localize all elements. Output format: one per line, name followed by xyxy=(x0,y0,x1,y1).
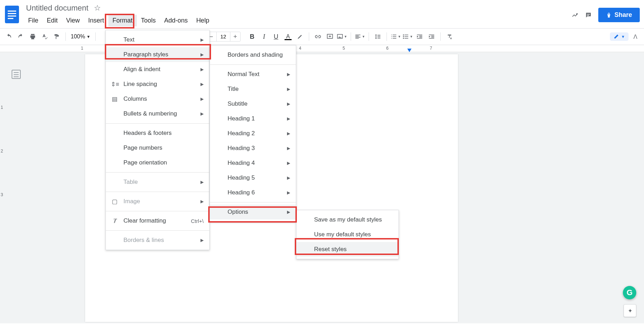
image-icon: ▢ xyxy=(111,198,119,205)
menu-addons[interactable]: Add-ons xyxy=(160,15,192,26)
svg-point-10 xyxy=(403,36,404,37)
menu-view[interactable]: View xyxy=(62,15,84,26)
insert-image-icon[interactable]: ▼ xyxy=(337,31,347,42)
star-icon[interactable]: ☆ xyxy=(94,4,101,13)
numbered-list-icon[interactable]: ▼ xyxy=(390,31,401,42)
chevron-right-icon: ▶ xyxy=(287,72,290,77)
separator xyxy=(309,32,309,41)
chevron-right-icon: ▶ xyxy=(200,52,204,57)
font-size-control: − 12 + xyxy=(206,32,241,42)
font-size-value[interactable]: 12 xyxy=(216,32,230,42)
para-normal-text[interactable]: Normal Text▶ xyxy=(210,67,296,82)
para-heading-6[interactable]: Heading 6▶ xyxy=(210,185,296,200)
text-color-icon[interactable]: A xyxy=(283,31,293,42)
para-heading-4[interactable]: Heading 4▶ xyxy=(210,156,296,170)
align-icon[interactable]: ▼ xyxy=(355,31,365,42)
bulleted-list-icon[interactable]: ▼ xyxy=(402,31,413,42)
increase-indent-icon[interactable] xyxy=(426,31,437,42)
grammarly-icon[interactable]: G xyxy=(623,286,636,299)
shortcut: Ctrl+\ xyxy=(191,218,204,224)
para-borders-shading[interactable]: Borders and shading xyxy=(210,48,296,62)
para-subtitle[interactable]: Subtitle▶ xyxy=(210,96,296,111)
format-borders-lines: Borders & lines▶ xyxy=(106,233,209,248)
chevron-right-icon: ▶ xyxy=(200,67,204,72)
line-spacing-icon[interactable] xyxy=(372,31,383,42)
underline-icon[interactable]: U xyxy=(271,31,281,42)
format-paragraph-styles[interactable]: Paragraph styles▶ xyxy=(106,47,209,62)
format-align-indent[interactable]: Align & indent▶ xyxy=(106,62,209,77)
menu-file[interactable]: File xyxy=(24,15,43,26)
svg-point-11 xyxy=(403,38,404,39)
indent-marker-icon[interactable] xyxy=(407,49,412,52)
docs-home-icon[interactable] xyxy=(4,4,20,25)
italic-icon[interactable]: I xyxy=(259,31,269,42)
menu-insert[interactable]: Insert xyxy=(84,15,108,26)
para-heading-3[interactable]: Heading 3▶ xyxy=(210,141,296,156)
format-clear-formatting[interactable]: 𝑇̸Clear formattingCtrl+\ xyxy=(106,213,209,228)
chevron-right-icon: ▶ xyxy=(200,82,204,87)
ruler-tick: 3 xyxy=(1,192,7,236)
share-label: Share xyxy=(614,11,632,19)
explore-icon[interactable]: ✦ xyxy=(624,304,636,317)
title-row: Untitled document ☆ xyxy=(24,3,572,13)
menubar: File Edit View Insert Format Tools Add-o… xyxy=(24,15,572,26)
zoom-select[interactable]: 100% ▼ xyxy=(69,33,92,40)
format-menu: Text▶ Paragraph styles▶ Align & indent▶ … xyxy=(106,30,210,250)
options-use-default[interactable]: Use my default styles xyxy=(297,227,398,242)
format-headers-footers[interactable]: Headers & footers xyxy=(106,126,209,141)
highlight-icon[interactable] xyxy=(295,31,305,42)
clear-formatting-icon[interactable] xyxy=(444,31,455,42)
menu-tools[interactable]: Tools xyxy=(137,15,160,26)
svg-rect-4 xyxy=(8,18,13,19)
chevron-right-icon: ▶ xyxy=(287,190,290,195)
options-save-default[interactable]: Save as my default styles xyxy=(297,212,398,227)
format-page-orientation[interactable]: Page orientation xyxy=(106,155,209,170)
collapse-toolbar-icon[interactable]: ᐱ xyxy=(630,31,640,42)
print-icon[interactable] xyxy=(27,31,38,42)
format-columns[interactable]: ▤Columns▶ xyxy=(106,92,209,106)
svg-rect-2 xyxy=(8,13,16,14)
para-heading-5[interactable]: Heading 5▶ xyxy=(210,170,296,185)
format-page-numbers[interactable]: Page numbers xyxy=(106,141,209,155)
share-button[interactable]: Share xyxy=(598,8,640,22)
redo-icon[interactable] xyxy=(15,31,26,42)
format-text[interactable]: Text▶ xyxy=(106,32,209,47)
insert-link-icon[interactable] xyxy=(313,31,323,42)
undo-icon[interactable] xyxy=(4,31,14,42)
para-options[interactable]: Options▶ xyxy=(210,205,296,219)
document-title[interactable]: Untitled document xyxy=(24,3,90,13)
bold-icon[interactable]: B xyxy=(247,31,257,42)
outline-icon[interactable] xyxy=(12,70,21,79)
format-line-spacing[interactable]: ⇕≡Line spacing▶ xyxy=(106,77,209,92)
line-spacing-icon: ⇕≡ xyxy=(111,81,119,88)
para-title[interactable]: Title▶ xyxy=(210,82,296,96)
menu-help[interactable]: Help xyxy=(192,15,213,26)
options-reset-styles[interactable]: Reset styles xyxy=(297,242,398,257)
editing-mode[interactable]: ▼ xyxy=(610,32,629,41)
ruler-tick: 7 xyxy=(430,46,432,51)
font-size-increase[interactable]: + xyxy=(230,33,240,40)
chevron-right-icon: ▶ xyxy=(200,111,204,116)
add-comment-icon[interactable] xyxy=(325,31,335,42)
clear-format-icon: 𝑇̸ xyxy=(111,217,119,224)
chevron-right-icon: ▶ xyxy=(287,101,290,106)
horizontal-ruler[interactable]: 1 4 5 6 7 xyxy=(0,45,644,52)
chevron-right-icon: ▶ xyxy=(287,87,290,92)
para-heading-2[interactable]: Heading 2▶ xyxy=(210,126,296,141)
activity-icon[interactable] xyxy=(572,12,579,19)
decrease-indent-icon[interactable] xyxy=(414,31,425,42)
format-image: ▢Image▶ xyxy=(106,194,209,209)
para-heading-1[interactable]: Heading 1▶ xyxy=(210,111,296,126)
ruler-tick: 5 xyxy=(343,46,345,51)
format-bullets-numbering[interactable]: Bullets & numbering▶ xyxy=(106,106,209,121)
ruler-tick: 1 xyxy=(81,46,83,51)
vertical-ruler[interactable]: 1 2 3 xyxy=(1,105,7,236)
menu-format[interactable]: Format xyxy=(108,15,137,26)
svg-rect-0 xyxy=(5,6,19,23)
comments-icon[interactable] xyxy=(585,12,592,19)
svg-rect-6 xyxy=(587,15,589,16)
chevron-right-icon: ▶ xyxy=(200,199,204,204)
menu-edit[interactable]: Edit xyxy=(43,15,62,26)
spellcheck-icon[interactable] xyxy=(39,31,50,42)
paint-format-icon[interactable] xyxy=(51,31,62,42)
